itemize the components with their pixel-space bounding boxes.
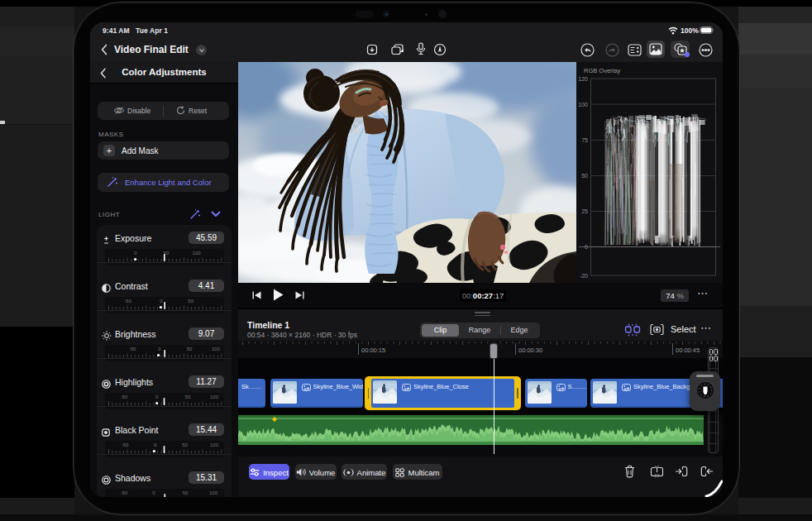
- svg-text:100: 100: [578, 102, 588, 108]
- svg-text:00:00:15: 00:00:15: [361, 347, 385, 354]
- svg-text:120: 120: [578, 76, 588, 82]
- svg-text:75: 75: [581, 137, 588, 143]
- svg-text:-20: -20: [580, 273, 588, 279]
- svg-text:50: 50: [581, 173, 588, 179]
- svg-text:00:00:45: 00:00:45: [676, 347, 700, 354]
- svg-text:00:00:30: 00:00:30: [518, 347, 542, 354]
- svg-text:25: 25: [581, 208, 588, 214]
